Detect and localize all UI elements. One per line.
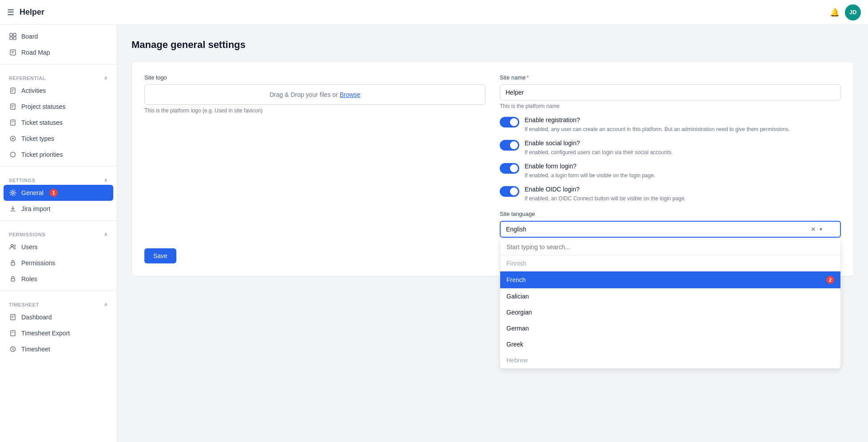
roles-icon: [9, 275, 17, 283]
dropdown-item-finnish[interactable]: Finnish: [500, 255, 840, 271]
roadmap-icon: [9, 48, 17, 56]
sidebar-item-roadmap[interactable]: Road Map: [0, 44, 117, 60]
main-content: Manage general settings Site logo Drag &…: [117, 25, 868, 442]
enable-social-login-desc: If enabled, configured users can login v…: [525, 149, 673, 155]
sidebar-item-roles[interactable]: Roles: [0, 271, 117, 287]
language-select-wrapper: English ✕ ▾ Finnish: [500, 221, 841, 238]
users-label: Users: [21, 243, 38, 251]
browse-link[interactable]: Browse: [340, 91, 361, 98]
enable-form-login-desc: If enabled, a login form will be visible…: [525, 172, 655, 179]
sidebar-nav: Board Road Map REFERENTIAL ∧: [0, 25, 117, 361]
timesheet-export-icon: [9, 329, 17, 337]
site-name-label: Site name*: [500, 74, 841, 81]
notification-icon[interactable]: 🔔: [830, 8, 840, 17]
file-drop-area[interactable]: Drag & Drop your files or Browse: [144, 84, 486, 105]
chevron-down-icon[interactable]: ▾: [820, 226, 822, 232]
svg-rect-4: [10, 50, 16, 55]
sidebar-item-activities[interactable]: Activities: [0, 83, 117, 99]
sidebar-roadmap-label: Road Map: [21, 49, 50, 56]
page-title: Manage general settings: [131, 39, 854, 51]
required-asterisk: *: [527, 74, 529, 81]
referential-collapse-icon[interactable]: ∧: [104, 75, 108, 81]
enable-oidc-login-toggle[interactable]: [500, 186, 519, 197]
svg-rect-27: [11, 331, 15, 336]
sidebar-section-referential: REFERENTIAL ∧: [0, 68, 117, 83]
sidebar: Board Road Map REFERENTIAL ∧: [0, 25, 117, 442]
main-layout: Board Road Map REFERENTIAL ∧: [0, 25, 868, 442]
site-logo-label: Site logo: [144, 74, 486, 81]
dropdown-item-georgian[interactable]: Georgian: [500, 304, 840, 320]
sidebar-item-ticket-priorities[interactable]: Ticket priorities: [0, 147, 117, 163]
toggle-enable-social-login: Enable social login? If enabled, configu…: [500, 139, 841, 155]
sidebar-item-permissions[interactable]: Permissions: [0, 255, 117, 271]
sidebar-board-label: Board: [21, 33, 38, 40]
sidebar-item-project-statuses[interactable]: Project statuses: [0, 99, 117, 115]
site-name-input[interactable]: [500, 84, 841, 100]
activities-icon: [9, 87, 17, 95]
general-icon: [9, 189, 17, 197]
toggle-enable-oidc-login: Enable OIDC login? If enabled, an OIDC C…: [500, 186, 841, 202]
dropdown-item-galician[interactable]: Galician: [500, 288, 840, 304]
svg-point-16: [12, 138, 14, 139]
sidebar-item-users[interactable]: Users: [0, 239, 117, 255]
toggle-oidc-login-text: Enable OIDC login? If enabled, an OIDC C…: [525, 186, 686, 202]
dropdown-item-hebrew[interactable]: Hebrew: [500, 352, 840, 368]
language-select[interactable]: English ✕ ▾: [500, 221, 841, 238]
svg-rect-0: [10, 33, 12, 36]
sidebar-item-dashboard[interactable]: Dashboard: [0, 309, 117, 325]
dropdown-item-german[interactable]: German: [500, 320, 840, 336]
svg-point-20: [11, 245, 13, 247]
settings-label: SETTINGS: [9, 178, 35, 183]
sidebar-item-timesheet[interactable]: Timesheet: [0, 341, 117, 357]
selected-language: English: [506, 226, 526, 233]
toggle-registration-text: Enable registration? If enabled, any use…: [525, 116, 790, 132]
svg-rect-7: [11, 88, 15, 93]
timesheet-section-label: TIMESHEET: [9, 302, 39, 307]
enable-form-login-toggle[interactable]: [500, 163, 519, 174]
referential-label: REFERENTIAL: [9, 76, 46, 81]
ticket-statuses-label: Ticket statuses: [21, 119, 63, 126]
general-label: General: [21, 189, 44, 196]
menu-icon[interactable]: ☰: [7, 8, 14, 17]
sidebar-item-timesheet-export[interactable]: Timesheet Export: [0, 325, 117, 341]
enable-oidc-login-label: Enable OIDC login?: [525, 186, 686, 193]
enable-social-login-label: Enable social login?: [525, 139, 673, 147]
users-icon: [9, 243, 17, 251]
board-icon: [9, 32, 17, 40]
app-title: Helper: [20, 8, 44, 17]
top-bar-left: ☰ Helper: [7, 8, 44, 17]
dropdown-item-greek[interactable]: Greek: [500, 336, 840, 352]
ticket-priorities-label: Ticket priorities: [21, 151, 63, 158]
toggle-form-login-text: Enable form login? If enabled, a login f…: [525, 163, 655, 179]
svg-point-17: [11, 152, 16, 157]
ticket-priorities-icon: [9, 151, 17, 159]
language-search-input[interactable]: [500, 239, 840, 255]
roles-label: Roles: [21, 275, 37, 283]
enable-social-login-toggle[interactable]: [500, 140, 519, 151]
avatar[interactable]: JD: [845, 4, 861, 20]
settings-collapse-icon[interactable]: ∧: [104, 177, 108, 183]
jira-import-icon: [9, 205, 17, 213]
enable-registration-toggle[interactable]: [500, 117, 519, 127]
clear-icon[interactable]: ✕: [811, 226, 816, 233]
sidebar-item-ticket-types[interactable]: Ticket types: [0, 131, 117, 147]
sidebar-item-general[interactable]: General 1: [4, 185, 113, 201]
permissions-collapse-icon[interactable]: ∧: [104, 231, 108, 237]
enable-registration-label: Enable registration?: [525, 116, 790, 123]
sidebar-item-jira-import[interactable]: Jira import: [0, 201, 117, 217]
site-language-label: Site language: [500, 211, 841, 217]
sidebar-item-board[interactable]: Board: [0, 28, 117, 44]
sidebar-item-ticket-statuses[interactable]: Ticket statuses: [0, 115, 117, 131]
site-logo-section: Site logo Drag & Drop your files or Brow…: [144, 74, 486, 238]
toggle-enable-form-login: Enable form login? If enabled, a login f…: [500, 163, 841, 179]
timesheet-collapse-icon[interactable]: ∧: [104, 302, 108, 307]
svg-point-21: [14, 245, 16, 247]
ticket-types-icon: [9, 135, 17, 143]
svg-rect-3: [13, 37, 16, 40]
enable-form-login-label: Enable form login?: [525, 163, 655, 170]
top-bar-right: 🔔 JD: [830, 4, 861, 20]
permissions-icon: [9, 259, 17, 267]
save-button[interactable]: Save: [144, 248, 176, 263]
dropdown-item-french[interactable]: French 2: [500, 271, 840, 288]
site-language-section: Site language English ✕ ▾: [500, 211, 841, 238]
